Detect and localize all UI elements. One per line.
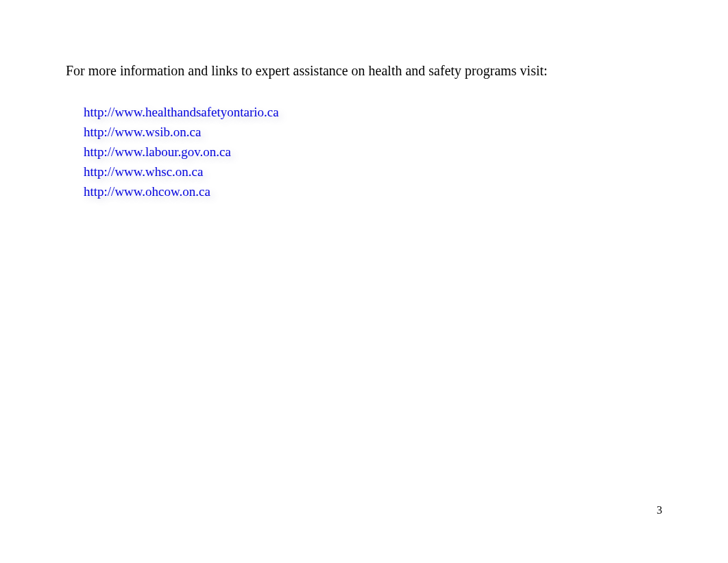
link-labour[interactable]: http://www.labour.gov.on.ca: [84, 145, 662, 160]
intro-paragraph: For more information and links to expert…: [66, 63, 662, 79]
links-list: http://www.healthandsafetyontario.ca htt…: [66, 105, 662, 199]
link-healthandsafetyontario[interactable]: http://www.healthandsafetyontario.ca: [84, 105, 662, 120]
link-wsib[interactable]: http://www.wsib.on.ca: [84, 125, 662, 140]
link-ohcow[interactable]: http://www.ohcow.on.ca: [84, 184, 662, 199]
document-content: For more information and links to expert…: [66, 63, 662, 204]
page-number: 3: [657, 504, 662, 516]
link-whsc[interactable]: http://www.whsc.on.ca: [84, 164, 662, 179]
